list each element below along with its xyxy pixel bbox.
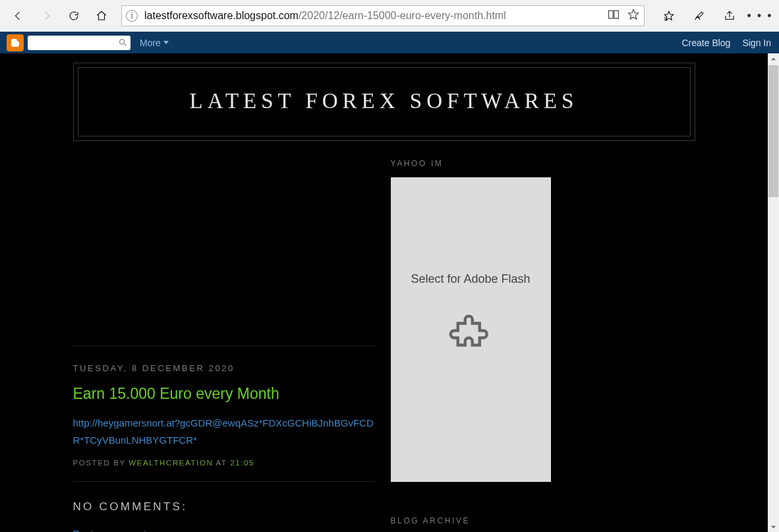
scroll-up-arrow[interactable] xyxy=(768,53,779,64)
post-title[interactable]: Earn 15.000 Euro every Month xyxy=(73,385,374,403)
post-comment-link[interactable]: Post a comment xyxy=(73,528,147,533)
sidebar-yahoo-heading: YAHOO IM xyxy=(391,159,695,168)
scroll-down-arrow[interactable] xyxy=(768,521,779,532)
flash-message: Select for Adobe Flash xyxy=(411,272,530,286)
post-time-link[interactable]: 21:05 xyxy=(230,459,254,467)
favorite-star-icon[interactable] xyxy=(627,8,640,24)
forward-button xyxy=(33,3,59,29)
search-icon xyxy=(118,38,128,47)
refresh-button[interactable] xyxy=(61,3,87,29)
post-author-link[interactable]: WEALTHCREATION xyxy=(129,459,213,467)
post-body-link[interactable]: http://heygamersnort.at?gcGDR@ewqASz*FDX… xyxy=(73,415,374,450)
sidebar-archive-heading: BLOG ARCHIVE xyxy=(391,516,695,525)
share-icon[interactable] xyxy=(716,3,743,29)
blog-header: LATEST FOREX SOFTWARES xyxy=(73,63,695,141)
site-info-icon[interactable]: i xyxy=(126,10,138,22)
page-content: LATEST FOREX SOFTWARES TUESDAY, 8 DECEMB… xyxy=(0,53,768,532)
address-bar[interactable]: i latestforexsoftware.blogspot.com/2020/… xyxy=(121,5,645,26)
browser-toolbar: i latestforexsoftware.blogspot.com/2020/… xyxy=(0,0,779,32)
create-blog-link[interactable]: Create Blog xyxy=(681,38,730,48)
vertical-scrollbar[interactable] xyxy=(768,53,779,532)
post-meta: POSTED BY WEALTHCREATION AT 21:05 xyxy=(73,459,374,467)
scroll-thumb[interactable] xyxy=(768,65,778,197)
blogger-more-dropdown[interactable]: More xyxy=(140,38,169,48)
reading-view-icon[interactable] xyxy=(607,8,620,24)
ad-placeholder xyxy=(73,159,374,345)
blog-title[interactable]: LATEST FOREX SOFTWARES xyxy=(85,89,683,113)
comments-heading: NO COMMENTS: xyxy=(73,500,374,514)
back-button[interactable] xyxy=(5,3,32,29)
notes-icon[interactable] xyxy=(685,3,713,29)
flash-placeholder[interactable]: Select for Adobe Flash xyxy=(391,177,551,482)
url-text: latestforexsoftware.blogspot.com/2020/12… xyxy=(144,10,602,22)
chevron-down-icon xyxy=(163,41,169,44)
blogger-search-input[interactable] xyxy=(28,36,130,50)
home-button[interactable] xyxy=(88,3,115,29)
svg-point-0 xyxy=(120,40,125,45)
more-menu-icon[interactable]: • • • xyxy=(746,3,774,29)
blogger-logo-icon[interactable] xyxy=(7,34,24,51)
favorites-list-icon[interactable] xyxy=(655,3,683,29)
blogger-navbar: More Create Blog Sign In xyxy=(0,32,779,53)
post-date: TUESDAY, 8 DECEMBER 2020 xyxy=(73,363,374,373)
sign-in-link[interactable]: Sign In xyxy=(742,38,771,48)
plugin-puzzle-icon xyxy=(449,312,492,356)
